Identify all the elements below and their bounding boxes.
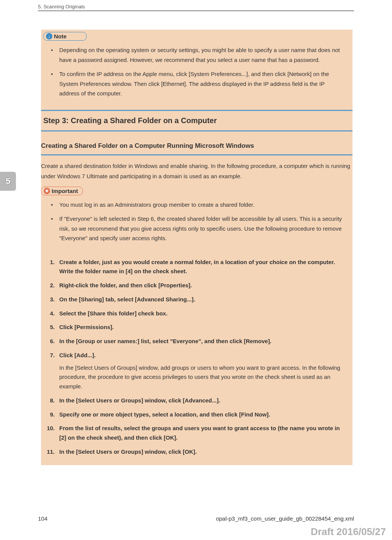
step-item: On the [Sharing] tab, select [Advanced S… bbox=[57, 295, 345, 304]
step-item: In the [Select Users or Groups] window, … bbox=[57, 447, 345, 457]
step-item: Specify one or more object types, select… bbox=[57, 410, 345, 420]
step-title: Specify one or more object types, select… bbox=[59, 411, 270, 418]
step-item: From the list of results, select the gro… bbox=[57, 424, 345, 443]
step3-subheading: Creating a Shared Folder on a Computer R… bbox=[41, 142, 352, 155]
note-item: Depending on the operating system or sec… bbox=[57, 45, 345, 65]
step-title: Select the [Share this folder] check box… bbox=[59, 310, 168, 317]
page-number: 104 bbox=[38, 515, 47, 522]
important-item: If "Everyone" is left selected in Step 6… bbox=[57, 214, 345, 243]
step-title: In the [Group or user names:] list, sele… bbox=[59, 338, 272, 344]
step-title: Click [Add...]. bbox=[59, 352, 96, 358]
step-item: Right-click the folder, and then click [… bbox=[57, 281, 345, 290]
step-title: On the [Sharing] tab, select [Advanced S… bbox=[59, 296, 195, 302]
step3-heading: Step 3: Creating a Shared Folder on a Co… bbox=[41, 110, 352, 131]
note-label-text: Note bbox=[54, 33, 66, 40]
step-note: In the [Select Users of Groups] window, … bbox=[59, 363, 345, 391]
step-item: In the [Select Users or Groups] window, … bbox=[57, 396, 345, 405]
step-title: Click [Permissions]. bbox=[59, 324, 114, 330]
footer-filename: opal-p3_mf3_com_user_guide_gb_00228454_e… bbox=[216, 515, 354, 522]
note-list: Depending on the operating system or sec… bbox=[41, 44, 352, 110]
step-item: Create a folder, just as you would creat… bbox=[57, 258, 345, 277]
important-star-icon: ★ bbox=[44, 188, 50, 194]
step-item: Select the [Share this folder] check box… bbox=[57, 309, 345, 318]
note-arrow-icon: ↓ bbox=[46, 33, 52, 40]
chapter-tab: 5 bbox=[0, 172, 16, 191]
step3-intro: Create a shared destination folder in Wi… bbox=[41, 161, 352, 184]
note-item: To confirm the IP address on the Apple m… bbox=[57, 69, 345, 98]
page-content: ↓ Note Depending on the operating system… bbox=[41, 30, 352, 465]
step-title: In the [Select Users or Groups] window, … bbox=[59, 397, 220, 404]
important-label-text: Important bbox=[52, 188, 78, 194]
important-list: You must log in as an Administrators gro… bbox=[41, 198, 352, 255]
step-item: Click [Add...]. In the [Select Users of … bbox=[57, 351, 345, 391]
step-item: In the [Group or user names:] list, sele… bbox=[57, 337, 345, 346]
draft-stamp: Draft 2016/05/27 bbox=[311, 526, 386, 538]
note-label: ↓ Note bbox=[43, 32, 87, 41]
procedure-steps: Create a folder, just as you would creat… bbox=[41, 255, 352, 465]
important-item: You must log in as an Administrators gro… bbox=[57, 200, 345, 210]
step-title: From the list of results, select the gro… bbox=[59, 425, 340, 441]
header-chapter: 5. Scanning Originals bbox=[38, 4, 85, 10]
step-item: Click [Permissions]. bbox=[57, 323, 345, 332]
step-title: Create a folder, just as you would creat… bbox=[59, 259, 335, 275]
header-rule bbox=[38, 11, 354, 11]
chapter-number: 5 bbox=[6, 176, 10, 186]
step-title: Right-click the folder, and then click [… bbox=[59, 282, 192, 288]
important-label: ★ Important bbox=[41, 187, 83, 195]
step-title: In the [Select Users or Groups] window, … bbox=[59, 448, 197, 455]
